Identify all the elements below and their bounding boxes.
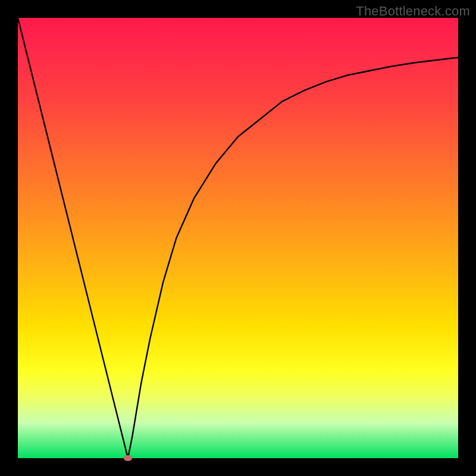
chart-container: TheBottleneck.com bbox=[0, 0, 476, 476]
bottleneck-curve bbox=[18, 18, 458, 458]
curve-svg bbox=[18, 18, 458, 458]
plot-area bbox=[18, 18, 458, 458]
vertex-marker bbox=[124, 455, 132, 461]
watermark-text: TheBottleneck.com bbox=[356, 4, 470, 19]
